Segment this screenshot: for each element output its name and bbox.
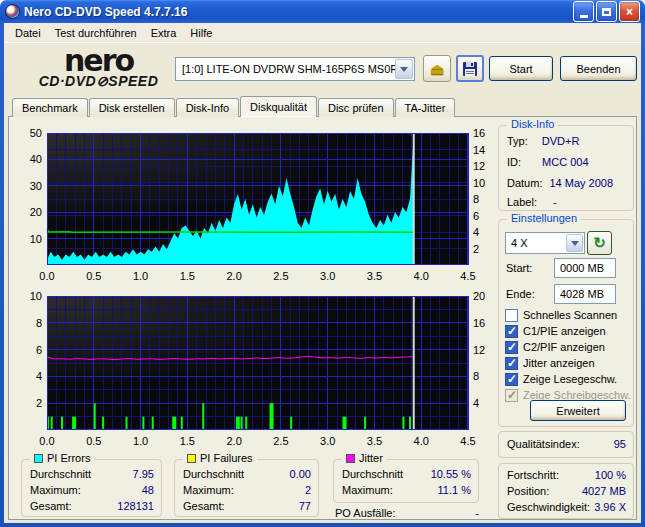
app-icon bbox=[5, 4, 20, 19]
svg-text:2.0: 2.0 bbox=[226, 270, 241, 282]
disk-date-label: Datum: bbox=[507, 177, 542, 192]
checkbox-schnelles-scannen[interactable]: Schnelles Scannen bbox=[505, 308, 617, 322]
title-bar[interactable]: Nero CD-DVD Speed 4.7.7.16 × bbox=[0, 0, 645, 23]
save-button[interactable] bbox=[456, 55, 484, 82]
speed-select[interactable]: 4 X bbox=[505, 232, 585, 254]
svg-text:8: 8 bbox=[36, 317, 42, 329]
pi-failures-group: PI Failures Durchschnitt0.00 Maximum:2 G… bbox=[174, 459, 319, 517]
svg-text:10: 10 bbox=[30, 233, 42, 245]
jitter-group-title: Jitter bbox=[342, 452, 387, 464]
pi-failures-max-value: 2 bbox=[305, 484, 311, 499]
checkbox-icon bbox=[505, 373, 518, 386]
jitter-avg-value: 10.55 % bbox=[431, 468, 471, 483]
svg-text:16: 16 bbox=[473, 127, 485, 139]
eject-button[interactable]: ⏏ bbox=[423, 55, 451, 82]
menu-test-durchfuehren[interactable]: Test durchführen bbox=[48, 25, 144, 41]
svg-text:3.5: 3.5 bbox=[367, 270, 382, 282]
quality-index-value: 95 bbox=[614, 438, 626, 453]
drive-select-arrow[interactable] bbox=[395, 59, 413, 79]
tab-diskqualitaet[interactable]: Diskqualität bbox=[240, 96, 317, 117]
end-field[interactable] bbox=[554, 284, 616, 304]
svg-text:30: 30 bbox=[30, 180, 42, 192]
minimize-button[interactable] bbox=[573, 1, 594, 22]
svg-text:0.5: 0.5 bbox=[86, 270, 101, 282]
speed-select-arrow[interactable] bbox=[566, 234, 583, 252]
pi-failures-avg-value: 0.00 bbox=[290, 468, 311, 483]
checkbox-c2-pif[interactable]: C2/PIF anzeigen bbox=[505, 340, 605, 354]
nero-logo-text: nero bbox=[16, 46, 181, 76]
svg-text:20: 20 bbox=[30, 206, 42, 218]
toolbar: nero CD·DVD⊘SPEED [1:0] LITE-ON DVDRW SH… bbox=[4, 44, 641, 95]
save-icon bbox=[462, 61, 478, 77]
close-icon: × bbox=[626, 5, 633, 19]
checkbox-jitter[interactable]: Jitter anzeigen bbox=[505, 356, 595, 370]
tab-disk-info[interactable]: Disk-Info bbox=[176, 98, 239, 117]
checkbox-icon bbox=[505, 325, 518, 338]
tab-disc-pruefen[interactable]: Disc prüfen bbox=[318, 98, 394, 117]
quality-group: Qualitätsindex:95 bbox=[498, 431, 634, 458]
position-label: Position: bbox=[507, 485, 549, 500]
svg-text:40: 40 bbox=[30, 153, 42, 165]
maximize-icon bbox=[602, 8, 611, 16]
svg-text:2: 2 bbox=[473, 243, 479, 255]
chevron-down-icon bbox=[571, 241, 579, 246]
checkbox-lesegeschw[interactable]: Zeige Lesegeschw. bbox=[505, 372, 617, 386]
svg-text:4.0: 4.0 bbox=[414, 435, 429, 447]
svg-text:2.5: 2.5 bbox=[273, 270, 288, 282]
checkbox-c1-pie[interactable]: C1/PIE anzeigen bbox=[505, 324, 606, 338]
refresh-button[interactable]: ↻ bbox=[587, 231, 612, 255]
tab-strip: Benchmark Disk erstellen Disk-Info Diskq… bbox=[12, 96, 456, 117]
svg-text:0.5: 0.5 bbox=[86, 435, 101, 447]
svg-text:1.5: 1.5 bbox=[180, 270, 195, 282]
svg-text:10: 10 bbox=[30, 290, 42, 302]
advanced-button[interactable]: Erweitert bbox=[530, 400, 626, 421]
svg-text:20: 20 bbox=[473, 290, 485, 302]
disk-date-value: 14 May 2008 bbox=[542, 177, 626, 192]
jitter-max-value: 11.1 % bbox=[438, 484, 471, 499]
menu-datei[interactable]: Datei bbox=[8, 25, 48, 41]
tab-benchmark[interactable]: Benchmark bbox=[12, 98, 88, 117]
po-failures-label: PO Ausfälle: bbox=[335, 507, 396, 519]
po-failures-value: - bbox=[475, 507, 479, 519]
svg-text:6: 6 bbox=[473, 210, 479, 222]
drive-select[interactable]: [1:0] LITE-ON DVDRW SHM-165P6S MS0R bbox=[175, 57, 415, 81]
svg-text:8: 8 bbox=[473, 193, 479, 205]
menu-hilfe[interactable]: Hilfe bbox=[183, 25, 219, 41]
start-button[interactable]: Start bbox=[489, 56, 553, 81]
checkbox-icon bbox=[505, 389, 518, 402]
jitter-avg-label: Durchschnitt bbox=[342, 468, 403, 483]
start-field-label: Start: bbox=[506, 262, 532, 274]
close-button[interactable]: × bbox=[619, 1, 640, 22]
pi-errors-total-label: Gesamt: bbox=[30, 500, 72, 515]
svg-text:12: 12 bbox=[473, 344, 485, 356]
disk-id-label: ID: bbox=[507, 156, 521, 171]
start-field[interactable] bbox=[554, 258, 616, 278]
svg-text:4.5: 4.5 bbox=[460, 435, 475, 447]
svg-text:2: 2 bbox=[36, 397, 42, 409]
menu-extra[interactable]: Extra bbox=[144, 25, 184, 41]
maximize-button[interactable] bbox=[596, 1, 617, 22]
pi-errors-avg-label: Durchschnitt bbox=[30, 468, 91, 483]
disc-icon: ⊘ bbox=[96, 73, 108, 89]
po-failures-row: PO Ausfälle: - bbox=[335, 507, 479, 519]
disk-label-label: Label: bbox=[507, 196, 537, 211]
pi-errors-swatch bbox=[34, 454, 43, 463]
progress-value: 100 % bbox=[595, 469, 626, 484]
svg-text:0.0: 0.0 bbox=[39, 435, 54, 447]
pi-failures-jitter-chart: 246810481216200.00.51.01.52.02.53.03.54.… bbox=[15, 286, 493, 449]
refresh-icon: ↻ bbox=[593, 234, 606, 252]
menu-bar: Datei Test durchführen Extra Hilfe bbox=[4, 23, 641, 43]
pi-failures-total-label: Gesamt: bbox=[183, 500, 225, 515]
tab-ta-jitter[interactable]: TA-Jitter bbox=[395, 98, 456, 117]
svg-text:4: 4 bbox=[473, 397, 479, 409]
settings-title: Einstellungen bbox=[507, 212, 581, 224]
minimize-icon bbox=[580, 15, 588, 18]
tab-disk-erstellen[interactable]: Disk erstellen bbox=[89, 98, 175, 117]
quit-button[interactable]: Beenden bbox=[560, 56, 637, 81]
disk-type-value: DVD+R bbox=[528, 135, 626, 150]
svg-text:6: 6 bbox=[36, 344, 42, 356]
pi-failures-total-value: 77 bbox=[299, 500, 311, 515]
pi-failures-group-title: PI Failures bbox=[183, 452, 257, 464]
checkbox-icon bbox=[505, 309, 518, 322]
jitter-group: Jitter Durchschnitt10.55 % Maximum:11.1 … bbox=[333, 459, 479, 503]
